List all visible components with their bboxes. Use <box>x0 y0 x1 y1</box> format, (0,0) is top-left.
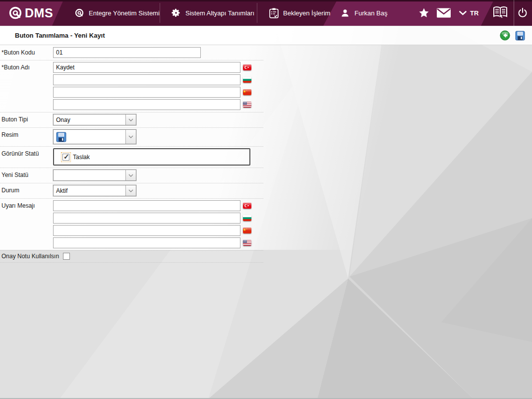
save-button[interactable] <box>515 30 526 41</box>
chevron-down-icon <box>459 11 467 15</box>
buton-adi-input-tr[interactable] <box>53 62 240 73</box>
page-title: Buton Tanımlama - Yeni Kayıt <box>0 32 105 39</box>
chevron-down-icon <box>125 114 136 125</box>
china-flag-icon <box>243 89 251 95</box>
nav-item-bekleyen-islerim[interactable]: Bekleyen İşlerim <box>269 0 330 26</box>
field-uyari-mesaji: Uyarı Mesajı <box>0 199 263 251</box>
chevron-down-icon <box>125 130 136 144</box>
logout-button[interactable] <box>517 0 528 26</box>
button-definition-form: *Buton Kodu *Buton Adı <box>0 46 263 263</box>
onay-notu-checkbox[interactable] <box>63 253 70 260</box>
nav-divider <box>514 0 514 26</box>
power-icon <box>517 7 528 18</box>
yeni-statu-select[interactable] <box>53 170 136 181</box>
field-label: Yeni Statü <box>0 170 53 178</box>
buton-adi-input-cn[interactable] <box>53 87 240 98</box>
top-navbar: DMS Entegre Yönetim Sistemi Sistem Altya… <box>0 0 532 26</box>
nav-item-label: Entegre Yönetim Sistemi <box>89 9 160 17</box>
help-docs-button[interactable] <box>492 0 508 26</box>
mail-icon <box>436 7 451 18</box>
resim-select[interactable] <box>53 129 136 144</box>
page-toolbar: Buton Tanımlama - Yeni Kayıt <box>0 26 532 45</box>
nav-item-sistem-altyapi[interactable]: Sistem Altyapı Tanımları <box>171 0 254 26</box>
save-floppy-icon <box>515 31 525 41</box>
back-circle-icon <box>500 30 510 41</box>
field-yeni-statu: Yeni Statü <box>0 168 263 183</box>
field-buton-tipi: Buton Tipi Onay <box>0 113 263 128</box>
field-buton-kodu: *Buton Kodu <box>0 46 263 60</box>
language-selector[interactable]: TR <box>459 0 478 26</box>
chevron-down-icon <box>125 170 136 180</box>
messages-button[interactable] <box>436 0 451 26</box>
visible-status-box: Taslak <box>53 148 250 166</box>
user-icon <box>340 8 350 18</box>
taslak-checkbox[interactable] <box>62 154 69 161</box>
field-label: Resim <box>0 129 53 138</box>
uyari-mesaji-input-cn[interactable] <box>53 225 240 236</box>
durum-select[interactable]: Aktif <box>53 185 136 196</box>
bulgaria-flag-icon <box>243 77 251 83</box>
field-resim: Resim <box>0 128 263 147</box>
field-label: Onay Notu Kullanılsın <box>0 253 63 260</box>
back-button[interactable] <box>499 30 510 41</box>
gear-icon <box>171 8 181 18</box>
qdms-ring-icon <box>74 8 84 18</box>
taslak-checkbox-label: Taslak <box>73 154 90 161</box>
turkey-flag-icon <box>243 203 251 209</box>
uyari-mesaji-input-us[interactable] <box>53 237 240 248</box>
favorites-button[interactable] <box>418 0 430 26</box>
field-label: *Buton Adı <box>0 62 53 71</box>
buton-kodu-input[interactable] <box>53 47 201 58</box>
nav-item-label: Sistem Altyapı Tanımları <box>185 9 254 17</box>
field-buton-adi: *Buton Adı <box>0 60 263 113</box>
uyari-mesaji-input-bg[interactable] <box>53 213 240 224</box>
user-name: Furkan Baş <box>355 9 387 17</box>
uyari-mesaji-input-tr[interactable] <box>53 200 240 211</box>
buton-tipi-select[interactable]: Onay <box>53 114 136 125</box>
selected-image <box>54 132 125 142</box>
toolbar-actions <box>499 30 532 41</box>
qdms-ring-icon <box>8 5 23 20</box>
user-menu[interactable]: Furkan Baş <box>340 0 387 26</box>
usa-flag-icon <box>243 102 251 108</box>
field-label: Uyarı Mesajı <box>0 200 53 209</box>
selected-value: Onay <box>54 116 125 123</box>
field-label: *Buton Kodu <box>0 47 53 56</box>
nav-item-label: Bekleyen İşlerim <box>283 9 330 17</box>
nav-separator <box>160 3 160 23</box>
nav-item-entegre-yonetim[interactable]: Entegre Yönetim Sistemi <box>74 0 160 26</box>
bulgaria-flag-icon <box>243 215 251 221</box>
logo-text: DMS <box>25 6 53 20</box>
buton-adi-input-bg[interactable] <box>53 74 240 85</box>
usa-flag-icon <box>243 240 251 246</box>
field-gorunur-statu: Görünür Statü Taslak <box>0 147 263 168</box>
save-floppy-icon <box>56 132 66 142</box>
selected-value: Aktif <box>54 187 125 194</box>
clipboard-check-icon <box>269 8 279 18</box>
nav-separator <box>257 3 257 23</box>
language-code: TR <box>470 9 478 17</box>
field-label: Buton Tipi <box>0 114 53 123</box>
turkey-flag-icon <box>243 64 251 70</box>
star-icon <box>418 7 430 19</box>
qdms-logo[interactable]: DMS <box>8 0 53 26</box>
field-label: Görünür Statü <box>0 148 53 157</box>
help-book-icon <box>492 6 508 20</box>
chevron-down-icon <box>125 185 136 196</box>
china-flag-icon <box>243 228 251 233</box>
field-durum: Durum Aktif <box>0 183 263 199</box>
field-label: Durum <box>0 185 53 194</box>
field-onay-notu: Onay Notu Kullanılsın <box>0 251 263 263</box>
buton-adi-input-us[interactable] <box>53 99 240 110</box>
qdms-app: { "navbar": { "logo_text": "DMS", "menu"… <box>0 0 532 399</box>
